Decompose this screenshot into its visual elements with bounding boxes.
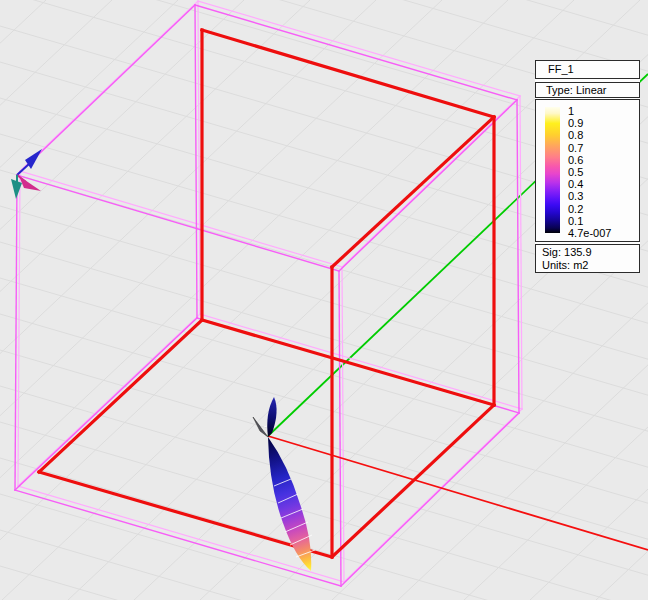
colorbar-tick: 0.9 bbox=[568, 117, 583, 129]
legend-sig-value: Sig: 135.9 bbox=[542, 246, 639, 259]
colorbar-tick: 0.1 bbox=[568, 215, 583, 227]
postfeko-3d-view: FF_1 Type: Linear 10.90.80.70.60.50.40.3… bbox=[0, 0, 648, 600]
colorbar-tick: 0.8 bbox=[568, 129, 583, 141]
legend-stats-section: Sig: 135.9 Units: m2 bbox=[535, 244, 640, 273]
farfield-legend-panel: FF_1 Type: Linear 10.90.80.70.60.50.40.3… bbox=[535, 60, 640, 273]
legend-type-label: Type: Linear bbox=[535, 82, 640, 98]
colorbar-tick: 0.2 bbox=[568, 203, 583, 215]
colorbar-tick: 0.7 bbox=[568, 142, 583, 154]
legend-colorbar-section: 10.90.80.70.60.50.40.30.20.14.7e-007 bbox=[535, 99, 640, 242]
colorbar-gradient bbox=[545, 107, 560, 233]
colorbar-tick: 0.6 bbox=[568, 154, 583, 166]
dipole-antenna bbox=[253, 417, 268, 437]
triad-arrow-blue bbox=[17, 149, 42, 175]
workplane-triad bbox=[11, 149, 42, 199]
legend-title: FF_1 bbox=[535, 60, 640, 79]
legend-units-value: Units: m2 bbox=[542, 259, 639, 272]
x-axis-line bbox=[268, 436, 648, 550]
farfield-request-box-light bbox=[18, 1, 522, 582]
colorbar-tick: 0.5 bbox=[568, 166, 583, 178]
pec-box-wireframe bbox=[39, 30, 494, 557]
colorbar-tick: 0.3 bbox=[568, 190, 583, 202]
farfield-pattern-main-lobe bbox=[268, 437, 311, 571]
colorbar-tick: 0.4 bbox=[568, 178, 583, 190]
farfield-pattern-minor-lobe bbox=[267, 397, 276, 437]
farfield-request-box bbox=[15, 5, 519, 586]
colorbar-tick: 4.7e-007 bbox=[568, 227, 611, 239]
colorbar-tick: 1 bbox=[568, 105, 574, 117]
